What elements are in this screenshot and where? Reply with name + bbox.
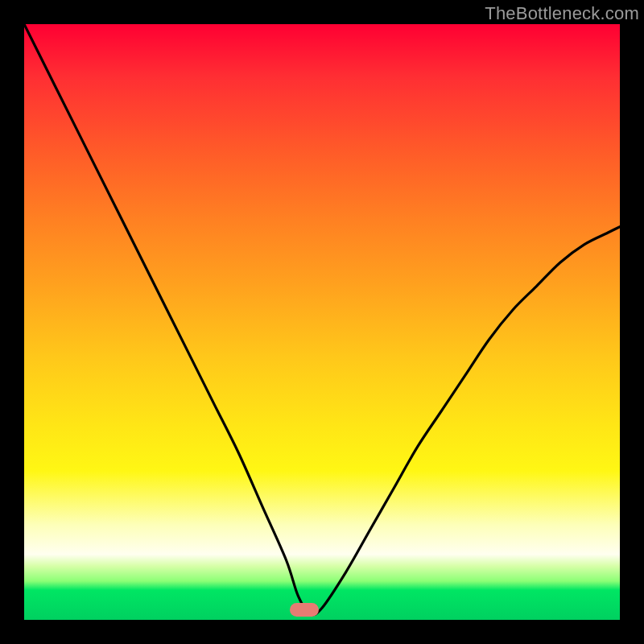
watermark-label: TheBottleneck.com xyxy=(485,3,639,24)
chart-stage: TheBottleneck.com xyxy=(0,0,644,644)
curve-path xyxy=(24,24,620,615)
plot-area xyxy=(24,24,620,620)
bottleneck-curve xyxy=(24,24,620,620)
optimal-marker xyxy=(290,603,319,617)
